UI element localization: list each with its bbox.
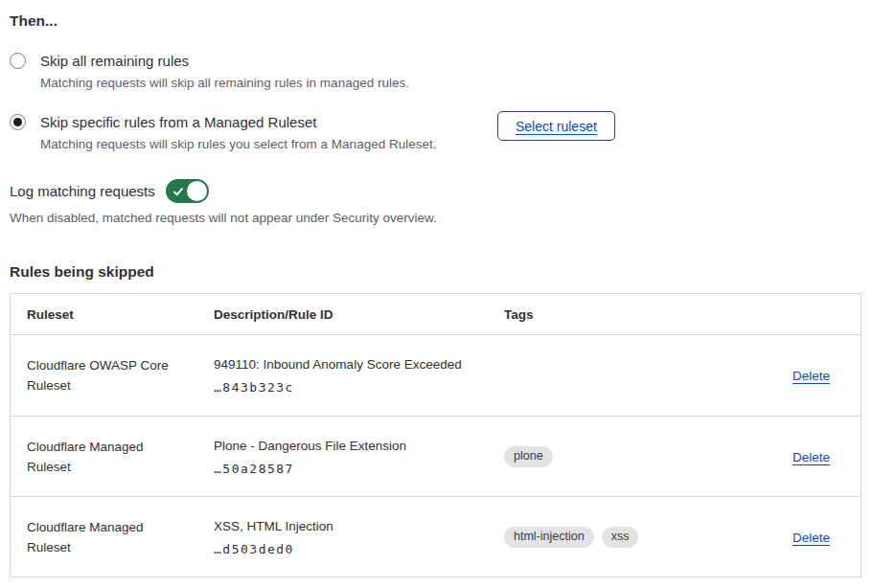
table-row: Cloudflare OWASP Core Ruleset 949110: In… [11,335,861,416]
table-row: Cloudflare Managed Ruleset Plone - Dange… [11,416,861,496]
column-header-tags: Tags [489,294,777,334]
log-matching-requests-row: Log matching requests [10,179,852,203]
actions-cell: Delete [777,367,861,384]
tag-badge: plone [504,446,553,467]
log-matching-requests-label: Log matching requests [10,181,155,201]
rule-id: …843b323c [214,380,473,395]
radio-option-text: Skip specific rules from a Managed Rules… [40,112,436,153]
toggle-knob [187,181,207,201]
page-content: Then... Skip all remaining rules Matchin… [0,0,863,577]
rule-description: Plone - Dangerous File Extension [214,438,473,454]
tag-badge: xss [602,527,639,548]
table-row: Cloudflare Managed Ruleset XSS, HTML Inj… [11,496,861,577]
check-icon [172,186,184,197]
ruleset-name-cell: Cloudflare OWASP Core Ruleset [11,355,198,396]
rules-table: Ruleset Description/Rule ID Tags Cloudfl… [10,293,862,577]
description-cell: Plone - Dangerous File Extension …50a285… [198,438,489,476]
radio-option-skip-specific[interactable]: Skip specific rules from a Managed Rules… [10,112,862,153]
rules-being-skipped-heading: Rules being skipped [10,262,852,282]
rule-id: …d503ded0 [214,542,473,556]
log-matching-requests-description: When disabled, matched requests will not… [10,209,852,227]
radio-option-text: Skip all remaining rules Matching reques… [40,51,409,92]
then-heading: Then... [10,11,852,31]
rule-id: …50a28587 [214,462,473,476]
column-header-ruleset: Ruleset [11,294,198,334]
option-description-skip-specific: Matching requests will skip rules you se… [40,135,436,153]
log-matching-requests-toggle[interactable] [166,179,209,203]
actions-cell: Delete [777,448,861,465]
radio-button-skip-specific[interactable] [10,114,26,130]
delete-link[interactable]: Delete [793,531,830,545]
ruleset-name-cell: Cloudflare Managed Ruleset [11,517,198,557]
rule-description: XSS, HTML Injection [214,518,473,534]
tags-cell: html-injectionxss [489,527,777,548]
option-label-skip-specific[interactable]: Skip specific rules from a Managed Rules… [40,112,436,132]
column-header-actions [777,294,861,334]
select-ruleset-button-label: Select ruleset [516,119,597,134]
ruleset-name-cell: Cloudflare Managed Ruleset [11,437,198,477]
radio-option-skip-all[interactable]: Skip all remaining rules Matching reques… [10,51,862,92]
delete-link[interactable]: Delete [793,450,830,464]
tag-badge: html-injection [504,527,594,548]
tags-cell: plone [489,446,777,467]
select-ruleset-button[interactable]: Select ruleset [497,111,615,141]
table-body: Cloudflare OWASP Core Ruleset 949110: In… [11,335,861,577]
column-header-description: Description/Rule ID [198,294,489,334]
option-description-skip-all: Matching requests will skip all remainin… [40,74,409,92]
radio-button-skip-all[interactable] [10,53,26,69]
rule-description: 949110: Inbound Anomaly Score Exceeded [214,356,473,373]
delete-link[interactable]: Delete [793,369,830,383]
option-label-skip-all[interactable]: Skip all remaining rules [40,51,409,71]
description-cell: XSS, HTML Injection …d503ded0 [198,518,489,556]
actions-cell: Delete [777,529,861,546]
table-header-row: Ruleset Description/Rule ID Tags [11,294,861,335]
description-cell: 949110: Inbound Anomaly Score Exceeded …… [198,356,489,395]
